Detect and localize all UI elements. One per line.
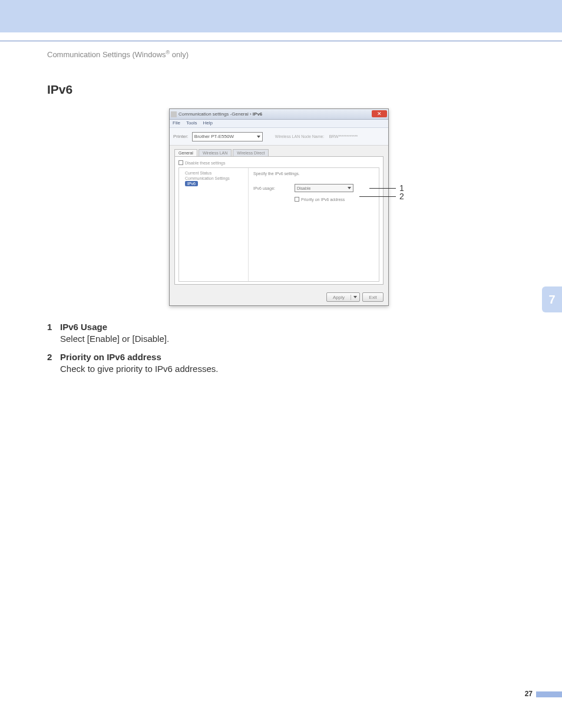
ipv6-usage-value: Disable (297, 186, 310, 190)
tab-general[interactable]: General (174, 149, 197, 156)
inner-frame: Current Status Communication Settings IP… (178, 167, 379, 282)
description-item-2: 2Priority on IPv6 address Check to give … (47, 352, 515, 374)
description-body-2: Check to give priority to IPv6 addresses… (60, 364, 515, 374)
chevron-down-icon (348, 187, 351, 189)
titlebar-path: General (232, 111, 248, 117)
menu-tools[interactable]: Tools (186, 120, 197, 127)
settings-panel: Specify the IPv6 settings. IPv6 usage: D… (249, 168, 379, 281)
chapter-tab: 7 (542, 286, 562, 312)
breadcrumb-post: only) (170, 50, 189, 59)
titlebar: Communication settings - General › IPv6 … (170, 109, 388, 120)
tree-current-status[interactable]: Current Status (181, 170, 246, 176)
description-number-1: 1 (47, 322, 60, 332)
titlebar-sep: › (249, 111, 253, 117)
dialog-window: Communication settings - General › IPv6 … (169, 108, 389, 306)
disable-settings-row: Disable these settings (178, 160, 379, 165)
disable-settings-label: Disable these settings (185, 161, 225, 165)
printer-row: Printer: Brother PT-E550W Wireless LAN N… (170, 128, 388, 146)
tree-ipv6[interactable]: IPv6 (185, 181, 198, 186)
node-name-label: Wireless LAN Node Name: (275, 134, 325, 139)
section-title: IPv6 (47, 83, 72, 97)
printer-select[interactable]: Brother PT-E550W (192, 132, 263, 141)
printer-value: Brother PT-E550W (194, 134, 234, 139)
chevron-down-icon (353, 296, 357, 298)
titlebar-leaf: IPv6 (253, 111, 262, 117)
tab-wireless-lan[interactable]: Wireless LAN (199, 149, 232, 156)
ipv6-usage-label: IPv6 usage: (253, 186, 289, 190)
description-list: 1IPv6 Usage Select [Enable] or [Disable]… (47, 322, 515, 382)
description-number-2: 2 (47, 352, 60, 362)
ipv6-usage-select[interactable]: Disable (295, 184, 353, 192)
callout-number-2: 2 (399, 192, 404, 201)
exit-button[interactable]: Exit (362, 292, 384, 302)
breadcrumb: Communication Settings (Windows® only) (47, 50, 189, 59)
tab-wireless-direct[interactable]: Wireless Direct (233, 149, 269, 156)
callout-line-1 (369, 188, 396, 189)
footer-buttons: Apply Exit (326, 292, 384, 302)
tree-comm-settings[interactable]: Communication Settings (181, 176, 246, 181)
apply-button-label: Apply (327, 295, 351, 300)
menu-file[interactable]: File (173, 120, 180, 127)
top-banner (0, 0, 562, 32)
page-number-bar (536, 691, 562, 697)
priority-checkbox[interactable] (295, 197, 299, 202)
titlebar-prefix: Communication settings - (178, 111, 232, 117)
close-icon: ✕ (377, 111, 382, 117)
tabs: General Wireless LAN Wireless Direct (174, 149, 384, 156)
page-number: 27 (525, 690, 533, 698)
settings-description: Specify the IPv6 settings. (253, 172, 374, 176)
chevron-down-icon (257, 136, 260, 138)
node-name-value: BRW************ (329, 134, 358, 139)
priority-row: Priority on IPv6 address (295, 197, 374, 202)
app-icon (171, 111, 177, 117)
callout-line-2 (359, 196, 396, 197)
breadcrumb-pre: Communication Settings (Windows (47, 50, 166, 59)
tab-body: Disable these settings Current Status Co… (174, 156, 384, 285)
top-rule (0, 41, 562, 41)
tree-panel: Current Status Communication Settings IP… (179, 168, 249, 281)
close-button[interactable]: ✕ (372, 110, 387, 117)
ipv6-usage-row: IPv6 usage: Disable (253, 184, 374, 192)
menu-help[interactable]: Help (203, 120, 213, 127)
description-body-1: Select [Enable] or [Disable]. (60, 334, 515, 344)
printer-label: Printer: (173, 134, 189, 139)
apply-dropdown[interactable] (351, 296, 359, 298)
priority-label: Priority on IPv6 address (301, 197, 345, 202)
description-term-2: Priority on IPv6 address (60, 352, 161, 362)
menubar: File Tools Help (170, 120, 388, 128)
disable-settings-checkbox[interactable] (178, 160, 183, 165)
description-item-1: 1IPv6 Usage Select [Enable] or [Disable]… (47, 322, 515, 344)
tabs-area: General Wireless LAN Wireless Direct Dis… (174, 149, 384, 285)
apply-button[interactable]: Apply (326, 292, 360, 302)
description-term-1: IPv6 Usage (60, 322, 107, 332)
